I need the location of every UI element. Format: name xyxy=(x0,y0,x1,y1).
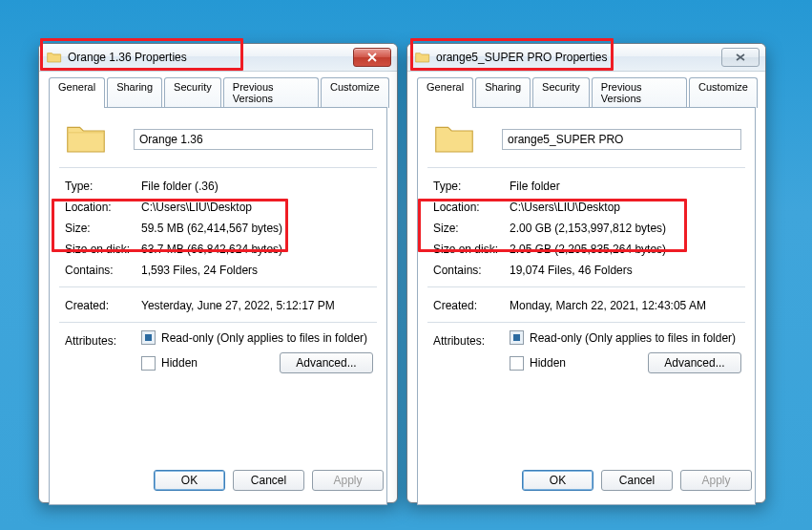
label-created: Created: xyxy=(65,299,141,312)
value-type: File folder (.36) xyxy=(141,180,377,193)
label-hidden: Hidden xyxy=(530,356,566,370)
value-location: C:\Users\LIU\Desktop xyxy=(510,201,745,214)
tab-panel-general: Type:File folder (.36) Location:C:\Users… xyxy=(49,107,387,505)
properties-dialog-left: Orange 1.36 Properties General Sharing S… xyxy=(38,43,398,503)
checkbox-hidden[interactable] xyxy=(141,356,156,371)
titlebar[interactable]: Orange 1.36 Properties xyxy=(39,44,397,72)
apply-button[interactable]: Apply xyxy=(312,470,384,491)
divider xyxy=(427,322,745,323)
value-location: C:\Users\LIU\Desktop xyxy=(141,201,377,214)
value-type: File folder xyxy=(510,180,745,193)
window-title: orange5_SUPER PRO Properties xyxy=(436,51,721,64)
divider xyxy=(59,286,377,287)
tab-previous-versions[interactable]: Previous Versions xyxy=(223,77,319,108)
folder-icon xyxy=(65,120,107,159)
ok-button[interactable]: OK xyxy=(154,470,225,491)
label-contains: Contains: xyxy=(433,264,510,277)
value-created: Monday, March 22, 2021, 12:43:05 AM xyxy=(510,299,745,312)
folder-name-input[interactable] xyxy=(134,129,373,150)
close-button[interactable] xyxy=(353,48,391,67)
folder-icon xyxy=(415,51,430,64)
value-contains: 1,593 Files, 24 Folders xyxy=(141,264,377,277)
label-readonly: Read-only (Only applies to files in fold… xyxy=(161,331,367,345)
tab-customize[interactable]: Customize xyxy=(689,77,758,108)
tab-strip: General Sharing Security Previous Versio… xyxy=(39,72,397,108)
close-button[interactable] xyxy=(721,48,760,67)
value-size-on-disk: 63.7 MB (66,842,624 bytes) xyxy=(141,243,377,256)
tab-previous-versions[interactable]: Previous Versions xyxy=(592,77,687,108)
tab-security[interactable]: Security xyxy=(164,77,221,108)
value-size: 59.5 MB (62,414,567 bytes) xyxy=(141,222,377,235)
dialog-buttons: OK Cancel Apply xyxy=(522,470,752,491)
tab-sharing[interactable]: Sharing xyxy=(107,77,162,108)
apply-button[interactable]: Apply xyxy=(680,470,752,491)
titlebar[interactable]: orange5_SUPER PRO Properties xyxy=(407,44,765,72)
value-size-on-disk: 2.05 GB (2,205,835,264 bytes) xyxy=(510,243,745,256)
label-readonly: Read-only (Only applies to files in fold… xyxy=(530,331,736,345)
checkbox-readonly[interactable] xyxy=(141,330,156,345)
tab-sharing[interactable]: Sharing xyxy=(475,77,531,108)
label-contains: Contains: xyxy=(65,264,141,277)
advanced-button[interactable]: Advanced... xyxy=(280,352,373,373)
tab-general[interactable]: General xyxy=(417,77,473,108)
folder-name-input[interactable] xyxy=(502,129,741,150)
cancel-button[interactable]: Cancel xyxy=(601,470,673,491)
cancel-button[interactable]: Cancel xyxy=(233,470,304,491)
divider xyxy=(427,286,745,287)
divider xyxy=(427,167,745,168)
checkbox-hidden[interactable] xyxy=(510,356,524,371)
label-type: Type: xyxy=(433,180,510,193)
properties-dialog-right: orange5_SUPER PRO Properties General Sha… xyxy=(406,43,766,503)
divider xyxy=(59,167,377,168)
folder-icon xyxy=(433,120,475,159)
value-created: Yesterday, June 27, 2022, 5:12:17 PM xyxy=(141,299,377,312)
ok-button[interactable]: OK xyxy=(522,470,593,491)
label-attributes: Attributes: xyxy=(433,330,510,381)
label-attributes: Attributes: xyxy=(65,330,141,381)
label-type: Type: xyxy=(65,180,141,193)
label-size: Size: xyxy=(65,222,141,235)
label-hidden: Hidden xyxy=(161,356,198,370)
label-size-on-disk: Size on disk: xyxy=(65,243,141,256)
divider xyxy=(59,322,377,323)
label-created: Created: xyxy=(433,299,510,312)
checkbox-readonly[interactable] xyxy=(510,330,524,345)
advanced-button[interactable]: Advanced... xyxy=(648,352,741,373)
tab-security[interactable]: Security xyxy=(532,77,590,108)
folder-icon xyxy=(47,51,62,64)
dialog-buttons: OK Cancel Apply xyxy=(154,470,384,491)
tab-customize[interactable]: Customize xyxy=(321,77,389,108)
label-size-on-disk: Size on disk: xyxy=(433,243,510,256)
value-size: 2.00 GB (2,153,997,812 bytes) xyxy=(510,222,745,235)
window-title: Orange 1.36 Properties xyxy=(68,51,353,64)
tab-strip: General Sharing Security Previous Versio… xyxy=(407,72,765,108)
tab-general[interactable]: General xyxy=(49,77,105,108)
value-contains: 19,074 Files, 46 Folders xyxy=(510,264,745,277)
label-size: Size: xyxy=(433,222,510,235)
label-location: Location: xyxy=(65,201,141,214)
tab-panel-general: Type:File folder Location:C:\Users\LIU\D… xyxy=(417,107,756,505)
label-location: Location: xyxy=(433,201,510,214)
